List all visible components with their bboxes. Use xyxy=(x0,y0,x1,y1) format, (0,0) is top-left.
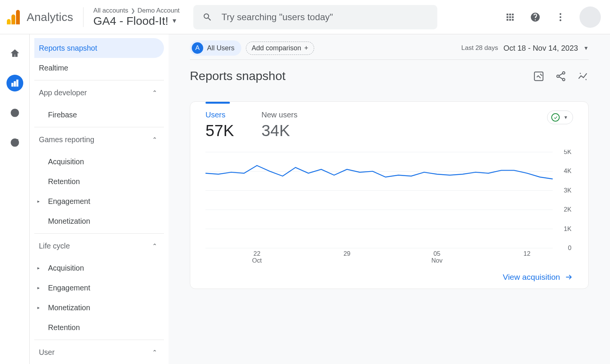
svg-text:1K: 1K xyxy=(564,225,571,232)
sidebar-item-label: Firebase xyxy=(48,111,77,119)
svg-point-8 xyxy=(13,141,16,144)
sidebar-section-life-cycle[interactable]: Life cycle ⌃ xyxy=(34,234,164,258)
sidebar-item-lc-acquisition[interactable]: ▸ Acquisition xyxy=(34,258,164,278)
share-icon[interactable] xyxy=(555,71,567,82)
chevron-up-icon: ⌃ xyxy=(152,349,157,356)
svg-point-2 xyxy=(560,19,562,21)
vertical-divider xyxy=(83,7,83,27)
insights-icon[interactable] xyxy=(577,71,589,82)
sidebar-item-retention[interactable]: Retention xyxy=(34,172,164,191)
segment-all-users[interactable]: A All Users xyxy=(190,40,241,56)
data-quality-chip[interactable]: ▼ xyxy=(547,111,573,124)
sidebar-item-lc-engagement[interactable]: ▸ Engagement xyxy=(34,278,164,298)
sidebar-section-label: User xyxy=(39,348,55,357)
sidebar-item-label: Retention xyxy=(48,177,80,186)
nav-rail xyxy=(0,34,30,364)
segment-badge: A xyxy=(192,42,203,54)
svg-text:3K: 3K xyxy=(564,187,571,194)
view-acquisition-link[interactable]: View acquisition xyxy=(503,273,573,282)
sidebar: Reports snapshot Realtime App developer … xyxy=(30,34,169,364)
customize-report-icon[interactable] xyxy=(533,71,544,82)
brand-label: Analytics xyxy=(27,11,73,24)
rail-advertising[interactable] xyxy=(6,134,23,151)
sidebar-item-label: Acquisition xyxy=(48,157,84,166)
triangle-right-icon: ▸ xyxy=(37,265,40,271)
metric-new-users[interactable]: New users 34K xyxy=(262,111,297,140)
triangle-right-icon: ▸ xyxy=(37,285,40,290)
breadcrumb: All accounts ❯ Demo Account xyxy=(93,7,180,14)
metric-label: Users xyxy=(205,111,234,119)
add-comparison-button[interactable]: Add comparison + xyxy=(246,42,314,55)
sidebar-item-label: Retention xyxy=(48,323,80,332)
sidebar-section-user[interactable]: User ⌃ xyxy=(34,340,164,364)
svg-rect-4 xyxy=(14,82,15,87)
check-circle-icon xyxy=(551,113,560,122)
segment-label: All Users xyxy=(207,44,234,52)
sidebar-item-label: Realtime xyxy=(39,64,68,72)
svg-text:4K: 4K xyxy=(564,168,571,175)
view-link-label: View acquisition xyxy=(503,273,560,282)
metric-value: 57K xyxy=(205,122,234,140)
sidebar-item-monetization[interactable]: Monetization xyxy=(34,211,164,231)
svg-text:0: 0 xyxy=(568,244,571,251)
metric-users[interactable]: Users 57K xyxy=(205,111,234,140)
svg-text:5K: 5K xyxy=(564,150,571,155)
sidebar-item-label: Acquisition xyxy=(48,264,84,273)
main-content: A All Users Add comparison + Last 28 day… xyxy=(169,34,610,364)
svg-point-0 xyxy=(560,13,562,15)
triangle-right-icon: ▸ xyxy=(37,199,40,204)
sidebar-item-label: Reports snapshot xyxy=(39,44,97,53)
metric-value: 34K xyxy=(262,122,297,140)
sidebar-item-label: Monetization xyxy=(48,217,90,226)
apps-icon[interactable] xyxy=(504,11,516,23)
search-input[interactable] xyxy=(222,12,428,22)
avatar[interactable] xyxy=(580,6,601,28)
overview-card: Users 57K New users 34K ▼ xyxy=(190,101,589,289)
date-range-text: Oct 18 - Nov 14, 2023 xyxy=(503,44,578,53)
sidebar-item-label: Monetization xyxy=(48,303,90,312)
sidebar-item-firebase[interactable]: Firebase xyxy=(34,105,164,125)
svg-text:Nov: Nov xyxy=(432,257,443,264)
chevron-right-icon: ❯ xyxy=(131,8,135,14)
sidebar-section-games-reporting[interactable]: Games reporting ⌃ xyxy=(34,127,164,152)
sidebar-section-app-developer[interactable]: App developer ⌃ xyxy=(34,80,164,105)
add-comparison-label: Add comparison xyxy=(252,44,301,52)
date-range-picker[interactable]: Last 28 days Oct 18 - Nov 14, 2023 ▼ xyxy=(461,44,589,53)
breadcrumb-root: All accounts xyxy=(93,7,128,14)
rail-home[interactable] xyxy=(6,45,23,62)
chevron-up-icon: ⌃ xyxy=(152,242,157,250)
svg-text:22: 22 xyxy=(254,250,260,257)
date-range-label: Last 28 days xyxy=(461,44,498,52)
sidebar-item-engagement[interactable]: ▸ Engagement xyxy=(34,191,164,211)
triangle-right-icon: ▸ xyxy=(37,305,40,310)
topbar: Analytics All accounts ❯ Demo Account GA… xyxy=(0,0,610,34)
caret-down-icon: ▼ xyxy=(172,18,178,24)
metric-label: New users xyxy=(262,111,297,119)
sidebar-item-reports-snapshot[interactable]: Reports snapshot xyxy=(34,38,164,58)
svg-rect-5 xyxy=(16,80,18,86)
active-tab-underline xyxy=(205,102,230,104)
analytics-logo-icon xyxy=(7,10,20,24)
sidebar-section-label: Games reporting xyxy=(39,135,94,144)
sidebar-item-lc-monetization[interactable]: ▸ Monetization xyxy=(34,298,164,317)
search-box[interactable] xyxy=(193,5,437,29)
comparison-segments: A All Users Add comparison + xyxy=(190,40,314,56)
svg-text:05: 05 xyxy=(433,250,440,257)
sidebar-item-acquisition[interactable]: Acquisition xyxy=(34,152,164,172)
sidebar-item-realtime[interactable]: Realtime xyxy=(34,58,164,78)
breadcrumb-account: Demo Account xyxy=(138,7,180,14)
svg-point-1 xyxy=(560,16,562,18)
svg-text:2K: 2K xyxy=(564,206,571,213)
caret-down-icon: ▼ xyxy=(563,115,568,120)
sidebar-item-lc-retention[interactable]: Retention xyxy=(34,317,164,337)
property-switcher[interactable]: All accounts ❯ Demo Account GA4 - Flood-… xyxy=(93,7,180,27)
more-menu-icon[interactable] xyxy=(554,11,567,23)
rail-reports[interactable] xyxy=(6,75,23,91)
search-icon xyxy=(202,12,212,22)
svg-rect-3 xyxy=(11,83,13,87)
property-name: GA4 - Flood-It! xyxy=(93,14,169,27)
users-trend-chart: 5K4K3K2K1K022Oct2905Nov12 xyxy=(205,150,573,264)
rail-explore[interactable] xyxy=(6,104,23,121)
plus-icon: + xyxy=(304,44,308,52)
help-icon[interactable] xyxy=(529,11,541,23)
